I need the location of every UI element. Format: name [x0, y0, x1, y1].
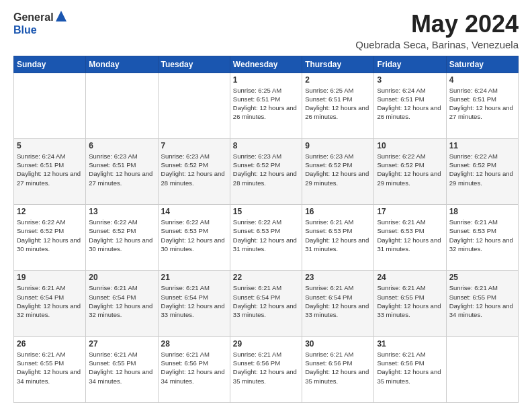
table-row: [14, 73, 86, 138]
table-row: 19Sunrise: 6:21 AMSunset: 6:54 PMDayligh…: [14, 271, 86, 336]
header-saturday: Saturday: [446, 56, 518, 73]
table-row: 26Sunrise: 6:21 AMSunset: 6:55 PMDayligh…: [14, 336, 86, 402]
cell-info: Sunrise: 6:23 AMSunset: 6:52 PMDaylight:…: [305, 152, 369, 187]
day-number: 15: [233, 207, 299, 216]
day-number: 19: [17, 273, 83, 282]
calendar-week-row: 1Sunrise: 6:25 AMSunset: 6:51 PMDaylight…: [14, 73, 519, 138]
table-row: 10Sunrise: 6:22 AMSunset: 6:52 PMDayligh…: [374, 138, 446, 204]
cell-info: Sunrise: 6:21 AMSunset: 6:54 PMDaylight:…: [89, 284, 152, 318]
day-number: 24: [377, 273, 443, 282]
table-row: 25Sunrise: 6:21 AMSunset: 6:55 PMDayligh…: [446, 271, 518, 336]
cell-info: Sunrise: 6:21 AMSunset: 6:56 PMDaylight:…: [377, 351, 441, 385]
table-row: 21Sunrise: 6:21 AMSunset: 6:54 PMDayligh…: [158, 271, 230, 336]
cell-info: Sunrise: 6:24 AMSunset: 6:51 PMDaylight:…: [377, 87, 441, 121]
cell-info: Sunrise: 6:21 AMSunset: 6:54 PMDaylight:…: [305, 284, 369, 318]
table-row: 3Sunrise: 6:24 AMSunset: 6:51 PMDaylight…: [374, 73, 446, 138]
table-row: 29Sunrise: 6:21 AMSunset: 6:56 PMDayligh…: [230, 336, 302, 402]
cell-info: Sunrise: 6:22 AMSunset: 6:52 PMDaylight:…: [449, 152, 513, 187]
calendar-table: Sunday Monday Tuesday Wednesday Thursday…: [13, 56, 519, 403]
day-number: 30: [305, 339, 371, 349]
logo-general: General: [13, 11, 54, 24]
header-friday: Friday: [374, 56, 446, 73]
day-number: 12: [17, 207, 83, 216]
cell-info: Sunrise: 6:21 AMSunset: 6:54 PMDaylight:…: [233, 284, 297, 318]
table-row: [158, 73, 230, 138]
table-row: 22Sunrise: 6:21 AMSunset: 6:54 PMDayligh…: [230, 271, 302, 336]
cell-info: Sunrise: 6:21 AMSunset: 6:55 PMDaylight:…: [449, 284, 513, 318]
day-number: 5: [17, 141, 83, 150]
cell-info: Sunrise: 6:21 AMSunset: 6:56 PMDaylight:…: [161, 351, 225, 385]
calendar-week-row: 26Sunrise: 6:21 AMSunset: 6:55 PMDayligh…: [14, 336, 519, 402]
cell-info: Sunrise: 6:24 AMSunset: 6:51 PMDaylight:…: [449, 87, 513, 121]
table-row: [446, 336, 518, 402]
table-row: [86, 73, 158, 138]
day-number: 11: [449, 141, 515, 150]
cell-info: Sunrise: 6:21 AMSunset: 6:56 PMDaylight:…: [233, 351, 297, 385]
cell-info: Sunrise: 6:25 AMSunset: 6:51 PMDaylight:…: [305, 87, 369, 121]
location: Quebrada Seca, Barinas, Venezuela: [355, 39, 519, 50]
cell-info: Sunrise: 6:21 AMSunset: 6:53 PMDaylight:…: [449, 218, 513, 253]
cell-info: Sunrise: 6:22 AMSunset: 6:52 PMDaylight:…: [89, 218, 152, 253]
cell-info: Sunrise: 6:23 AMSunset: 6:52 PMDaylight:…: [161, 152, 225, 187]
logo-blue: Blue: [13, 24, 37, 36]
cell-info: Sunrise: 6:23 AMSunset: 6:51 PMDaylight:…: [89, 152, 152, 187]
table-row: 15Sunrise: 6:22 AMSunset: 6:53 PMDayligh…: [230, 205, 302, 271]
logo-icon: [56, 11, 66, 24]
table-row: 16Sunrise: 6:21 AMSunset: 6:53 PMDayligh…: [302, 205, 374, 271]
cell-info: Sunrise: 6:23 AMSunset: 6:52 PMDaylight:…: [233, 152, 297, 187]
day-number: 6: [89, 141, 154, 150]
table-row: 31Sunrise: 6:21 AMSunset: 6:56 PMDayligh…: [374, 336, 446, 402]
table-row: 14Sunrise: 6:22 AMSunset: 6:53 PMDayligh…: [158, 205, 230, 271]
cell-info: Sunrise: 6:22 AMSunset: 6:53 PMDaylight:…: [233, 218, 297, 253]
calendar-header-row: Sunday Monday Tuesday Wednesday Thursday…: [14, 56, 519, 73]
day-number: 18: [449, 207, 515, 216]
cell-info: Sunrise: 6:22 AMSunset: 6:53 PMDaylight:…: [161, 218, 225, 253]
day-number: 2: [305, 75, 371, 85]
table-row: 2Sunrise: 6:25 AMSunset: 6:51 PMDaylight…: [302, 73, 374, 138]
day-number: 25: [449, 273, 515, 282]
table-row: 8Sunrise: 6:23 AMSunset: 6:52 PMDaylight…: [230, 138, 302, 204]
cell-info: Sunrise: 6:21 AMSunset: 6:56 PMDaylight:…: [305, 351, 369, 385]
logo: General Blue: [13, 11, 66, 36]
day-number: 7: [161, 141, 227, 150]
page: General Blue May 2024 Quebrada Seca, Bar…: [0, 0, 532, 411]
table-row: 4Sunrise: 6:24 AMSunset: 6:51 PMDaylight…: [446, 73, 518, 138]
day-number: 31: [377, 339, 443, 349]
day-number: 9: [305, 141, 371, 150]
table-row: 17Sunrise: 6:21 AMSunset: 6:53 PMDayligh…: [374, 205, 446, 271]
title-area: May 2024 Quebrada Seca, Barinas, Venezue…: [355, 11, 519, 50]
day-number: 8: [233, 141, 299, 150]
table-row: 11Sunrise: 6:22 AMSunset: 6:52 PMDayligh…: [446, 138, 518, 204]
cell-info: Sunrise: 6:22 AMSunset: 6:52 PMDaylight:…: [17, 218, 81, 253]
cell-info: Sunrise: 6:21 AMSunset: 6:55 PMDaylight:…: [17, 351, 81, 385]
table-row: 30Sunrise: 6:21 AMSunset: 6:56 PMDayligh…: [302, 336, 374, 402]
day-number: 22: [233, 273, 299, 282]
header-thursday: Thursday: [302, 56, 374, 73]
cell-info: Sunrise: 6:21 AMSunset: 6:54 PMDaylight:…: [17, 284, 81, 318]
day-number: 20: [89, 273, 154, 282]
table-row: 23Sunrise: 6:21 AMSunset: 6:54 PMDayligh…: [302, 271, 374, 336]
day-number: 13: [89, 207, 154, 216]
table-row: 6Sunrise: 6:23 AMSunset: 6:51 PMDaylight…: [86, 138, 158, 204]
day-number: 4: [449, 75, 515, 85]
calendar-week-row: 19Sunrise: 6:21 AMSunset: 6:54 PMDayligh…: [14, 271, 519, 336]
cell-info: Sunrise: 6:24 AMSunset: 6:51 PMDaylight:…: [17, 152, 81, 187]
day-number: 26: [17, 339, 83, 349]
day-number: 28: [161, 339, 227, 349]
svg-marker-0: [56, 11, 66, 21]
table-row: 7Sunrise: 6:23 AMSunset: 6:52 PMDaylight…: [158, 138, 230, 204]
day-number: 29: [233, 339, 299, 349]
table-row: 28Sunrise: 6:21 AMSunset: 6:56 PMDayligh…: [158, 336, 230, 402]
header-tuesday: Tuesday: [158, 56, 230, 73]
day-number: 10: [377, 141, 443, 150]
day-number: 14: [161, 207, 227, 216]
table-row: 9Sunrise: 6:23 AMSunset: 6:52 PMDaylight…: [302, 138, 374, 204]
day-number: 1: [233, 75, 299, 85]
cell-info: Sunrise: 6:21 AMSunset: 6:53 PMDaylight:…: [377, 218, 441, 253]
day-number: 3: [377, 75, 443, 85]
calendar-week-row: 5Sunrise: 6:24 AMSunset: 6:51 PMDaylight…: [14, 138, 519, 204]
cell-info: Sunrise: 6:25 AMSunset: 6:51 PMDaylight:…: [233, 87, 297, 121]
day-number: 23: [305, 273, 371, 282]
calendar-week-row: 12Sunrise: 6:22 AMSunset: 6:52 PMDayligh…: [14, 205, 519, 271]
month-title: May 2024: [355, 11, 519, 38]
